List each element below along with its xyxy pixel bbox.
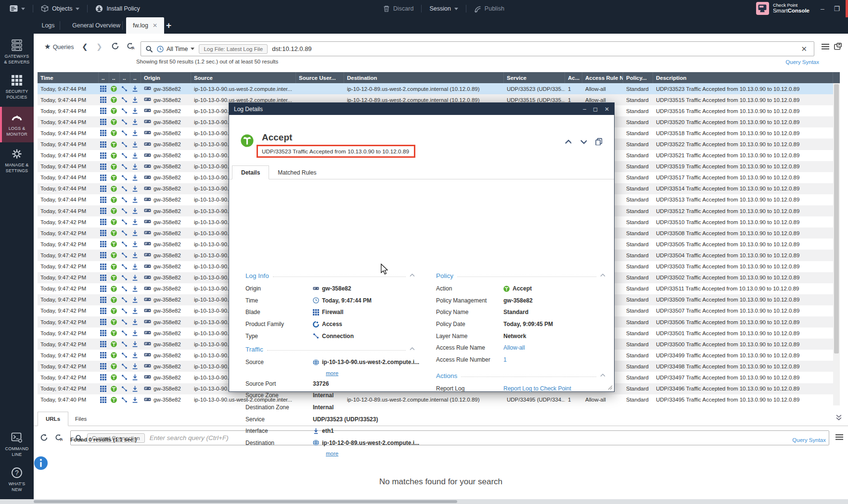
dialog-minimize-icon[interactable]: – xyxy=(583,106,586,113)
open-in-window-icon[interactable] xyxy=(834,43,842,50)
log-type-icon xyxy=(130,361,141,372)
bottom-tab-urls[interactable]: URLs xyxy=(38,412,68,426)
column-header-ac[interactable]: Ac... xyxy=(565,72,582,83)
resize-grip[interactable] xyxy=(607,385,613,391)
panel-expand-icon[interactable] xyxy=(836,414,842,420)
column-header-rule[interactable]: Access Rule N... xyxy=(582,72,623,83)
time-filter-button[interactable]: All Time xyxy=(157,46,194,52)
collapse-section-icon[interactable] xyxy=(600,373,605,378)
cell-origin: gw-358e82 xyxy=(141,205,191,216)
globe-icon xyxy=(313,440,319,446)
auto-refresh-icon[interactable]: A xyxy=(127,42,134,50)
log-file-filter-tag[interactable]: Log File: Latest Log File xyxy=(199,44,268,54)
log-search-box[interactable]: All Time Log File: Latest Log File dst:1… xyxy=(141,41,814,56)
field-label: Blade xyxy=(245,309,313,315)
tab-fw-log[interactable]: fw.log✕ xyxy=(126,17,164,34)
sidebar-item-gateways-servers[interactable]: GATEWAYS& SERVERS xyxy=(0,35,34,70)
sidebar-item-command-line[interactable]: COMMANDLINE xyxy=(0,432,34,465)
cell-desc: UDP/33511 Traffic Accepted from 10.13.0.… xyxy=(653,283,833,294)
field-value[interactable]: Report Log to Check Point xyxy=(503,385,571,392)
column-header-origin[interactable]: Origin xyxy=(141,72,191,83)
dialog-titlebar[interactable]: Log Details – ◻ ✕ xyxy=(229,103,614,115)
url-search-box[interactable]: Current Connection Enter search query (C… xyxy=(70,430,829,445)
column-header-time[interactable]: Time xyxy=(38,72,99,83)
close-tab-icon[interactable]: ✕ xyxy=(153,22,157,29)
column-header-source[interactable]: Source xyxy=(191,72,296,83)
dialog-tab-matched-rules[interactable]: Matched Rules xyxy=(269,165,325,179)
field-product-family: Product FamilyAccess xyxy=(245,318,415,330)
gateway-icon xyxy=(313,286,319,292)
back-button[interactable]: ❮ xyxy=(82,42,88,51)
sidebar-item-whats-new[interactable]: ?WHAT'SNEW xyxy=(0,467,34,500)
restore-button[interactable]: ❐ xyxy=(830,5,844,13)
minimize-button[interactable]: – xyxy=(815,5,830,13)
copy-icon[interactable] xyxy=(595,138,603,145)
column-header-source_user[interactable]: Source User... xyxy=(296,72,344,83)
cell-policy: Standard xyxy=(623,172,653,183)
install-policy-button[interactable]: Install Policy xyxy=(92,5,142,13)
refresh-icon[interactable] xyxy=(112,42,119,50)
field-value[interactable]: Allow-all xyxy=(503,344,525,351)
clear-query-icon[interactable]: ✕ xyxy=(799,45,809,53)
horizontal-scrollbar[interactable] xyxy=(0,499,848,504)
session-menu-button[interactable]: Session xyxy=(426,5,461,12)
queries-button[interactable]: ★ Queries xyxy=(44,42,74,51)
divider xyxy=(60,21,60,30)
next-log-icon[interactable] xyxy=(580,139,587,145)
cell-time: Today, 9:47:42 PM xyxy=(38,383,99,394)
previous-log-icon[interactable] xyxy=(565,139,571,145)
column-header-icon4[interactable]: .. xyxy=(130,72,141,83)
blade-grid-icon xyxy=(99,105,109,116)
menu-icon[interactable] xyxy=(835,434,843,441)
column-header-policy[interactable]: Policy... xyxy=(623,72,653,83)
refresh-icon[interactable] xyxy=(40,434,48,441)
more-link[interactable]: more xyxy=(326,449,415,458)
gateway-icon xyxy=(144,107,151,114)
field-value[interactable]: 1 xyxy=(503,356,507,363)
sidebar-item-security-policies[interactable]: SECURITYPOLICIES xyxy=(0,70,34,105)
forward-button[interactable]: ❯ xyxy=(96,42,103,51)
empty-results-zone: No matches found for your search xyxy=(34,456,848,487)
column-header-desc[interactable]: Description xyxy=(653,72,833,83)
collapse-section-icon[interactable] xyxy=(600,273,605,278)
column-header-icon3[interactable]: .. xyxy=(120,72,130,83)
vertical-scrollbar[interactable] xyxy=(833,83,840,405)
sidebar-item-logs-monitor[interactable]: LOGS &MONITOR xyxy=(0,107,34,142)
query-input[interactable]: dst:10.12.0.89 xyxy=(272,45,795,52)
scrollbar-thumb[interactable] xyxy=(34,500,457,503)
auto-refresh-icon[interactable]: A xyxy=(55,434,63,441)
discard-button[interactable]: Discard xyxy=(380,5,416,12)
sidebar-item-manage-settings[interactable]: MANAGE &SETTINGS xyxy=(0,143,34,179)
new-tab-button[interactable]: + xyxy=(166,20,171,31)
close-button[interactable] xyxy=(846,0,848,17)
connection-icon xyxy=(120,216,130,227)
dialog-maximize-icon[interactable]: ◻ xyxy=(593,106,598,113)
dialog-tab-details[interactable]: Details xyxy=(232,165,269,179)
app-menu-button[interactable] xyxy=(7,5,28,13)
menu-icon[interactable] xyxy=(822,43,829,51)
cell-time: Today, 9:47:42 PM xyxy=(38,227,99,239)
column-header-destination[interactable]: Destination xyxy=(344,72,504,83)
log-row[interactable]: Today, 9:47:40 PMgw-358e82ip-10-13-0-90.… xyxy=(38,394,840,405)
query-syntax-link[interactable]: Query Syntax xyxy=(785,59,819,65)
log-type-icon xyxy=(130,83,141,94)
field-value: UDP/33523 (UDP/33523) xyxy=(313,416,378,423)
publish-button[interactable]: Publish xyxy=(471,5,507,13)
scrollbar-thumb[interactable] xyxy=(834,84,839,353)
column-header-service[interactable]: Service xyxy=(504,72,565,83)
collapse-section-icon[interactable] xyxy=(410,273,415,278)
connection-icon xyxy=(120,194,130,205)
query-syntax-link[interactable]: Query Syntax xyxy=(792,437,826,443)
dialog-close-icon[interactable]: ✕ xyxy=(604,106,609,113)
collapse-section-icon[interactable] xyxy=(410,347,415,352)
column-header-icon1[interactable]: .. xyxy=(99,72,109,83)
column-header-icon2[interactable]: .. xyxy=(109,72,120,83)
log-row[interactable]: Today, 9:47:44 PMgw-358e82ip-10-13-0-90.… xyxy=(38,83,840,94)
objects-button[interactable]: Objects xyxy=(38,5,82,13)
tab-general-overview[interactable]: General Overview xyxy=(65,17,127,34)
tab-logs[interactable]: Logs xyxy=(34,17,63,34)
connection-icon xyxy=(120,116,130,127)
more-link[interactable]: more xyxy=(326,368,415,378)
bottom-tab-files[interactable]: Files xyxy=(67,412,94,426)
accept-icon xyxy=(109,205,120,216)
